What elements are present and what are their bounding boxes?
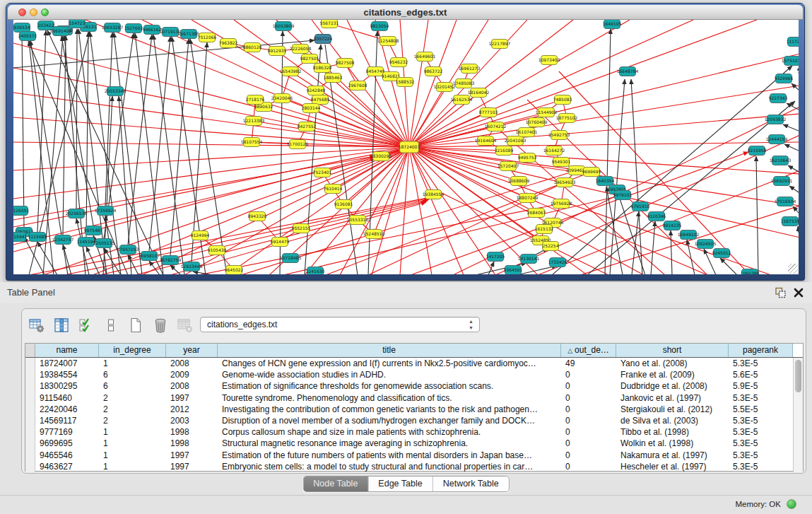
column-header-year[interactable]: year <box>166 344 218 357</box>
graph-node[interactable]: 1060388 <box>741 269 760 275</box>
table-row[interactable]: 2242004622012Investigating the contribut… <box>35 404 793 415</box>
window-resize-grip[interactable] <box>788 264 798 274</box>
graph-node[interactable]: 7963822 <box>219 39 238 48</box>
table-cell[interactable]: 0 <box>561 392 616 404</box>
table-cell[interactable]: 5.3E-5 <box>729 461 793 472</box>
table-cell[interactable]: 0 <box>561 404 616 415</box>
graph-node[interactable]: 12444159 <box>766 135 788 144</box>
graph-node[interactable]: 10924505 <box>695 240 717 249</box>
table-cell[interactable]: 22420046 <box>35 404 99 415</box>
graph-edge[interactable] <box>671 230 672 274</box>
table-cell[interactable]: Genome-wide association studies in ADHD. <box>218 369 561 380</box>
graph-node[interactable]: 19756928 <box>551 199 572 209</box>
window-titlebar[interactable]: citations_edges.txt <box>8 5 803 20</box>
table-cell[interactable]: Investigating the contribution of common… <box>218 404 561 415</box>
table-row[interactable]: 969969511998Structural magnetic resonanc… <box>35 438 793 449</box>
table-cell[interactable]: 0 <box>561 380 616 392</box>
graph-node[interactable]: 8475685 <box>311 95 330 105</box>
table-cell[interactable]: 1997 <box>166 450 218 461</box>
graph-node[interactable]: 8813054 <box>370 22 389 31</box>
graph-edge[interactable] <box>13 147 409 252</box>
table-cell[interactable]: 18724007 <box>35 358 99 369</box>
graph-node[interactable]: 9245012 <box>712 249 731 258</box>
table-cell[interactable]: 2003 <box>166 415 218 426</box>
table-cell[interactable]: 0 <box>561 426 616 438</box>
graph-node[interactable]: 2803144 <box>302 104 321 113</box>
graph-edge[interactable] <box>128 35 152 245</box>
column-header-name[interactable]: name <box>35 344 99 357</box>
graph-edge[interactable] <box>580 206 799 274</box>
graph-node[interactable]: 7512066 <box>198 33 217 42</box>
new-table-icon[interactable] <box>126 316 145 334</box>
graph-node[interactable]: 11544902 <box>536 108 558 117</box>
graph-node[interactable]: 252254 <box>543 242 559 251</box>
graph-node[interactable]: 15692931 <box>771 177 793 186</box>
graph-node[interactable]: 12342757 <box>52 235 74 245</box>
graph-node[interactable]: 9364501 <box>504 266 523 275</box>
table-cell[interactable]: 9699695 <box>35 438 99 449</box>
tab-edge-table[interactable]: Edge Table <box>368 477 433 491</box>
table-row[interactable]: 1456911722003Disruption of a novel membe… <box>35 415 793 426</box>
table-cell[interactable]: 0 <box>561 369 616 380</box>
graph-node[interactable]: 1241630 <box>306 267 325 275</box>
table-cell[interactable]: Corpus callosum shape and size in male p… <box>218 426 561 438</box>
table-cell[interactable]: Tourette syndrome. Phenomenology and cla… <box>218 392 561 404</box>
graph-node[interactable]: 936534 <box>14 23 30 33</box>
graph-edge[interactable] <box>789 186 799 192</box>
table-cell[interactable]: de Silva et al. (2003) <box>616 415 729 426</box>
graph-node[interactable]: 20053346 <box>105 87 126 96</box>
graph-edge[interactable] <box>409 147 495 274</box>
graph-node[interactable]: 12213383 <box>243 117 265 126</box>
table-row[interactable]: 1830029562008Estimation of significance … <box>35 380 793 392</box>
graph-node[interactable]: 12505135 <box>93 239 115 248</box>
table-cell[interactable]: Changes of HCN gene expression and I(f) … <box>218 358 561 369</box>
table-cell[interactable]: Estimation of significance thresholds fo… <box>218 380 561 392</box>
graph-node[interactable]: 12217897 <box>489 40 511 49</box>
graph-node[interactable]: 17957253 <box>117 245 139 255</box>
table-cell[interactable]: 5.3E-5 <box>729 392 793 404</box>
table-cell[interactable]: Dudbridge et al. (2008) <box>616 380 729 392</box>
graph-node[interactable]: 18775102 <box>556 114 578 123</box>
graph-node[interactable]: 12923448 <box>181 262 203 271</box>
graph-node[interactable]: 1115685 <box>28 233 47 242</box>
column-header-in_degree[interactable]: in_degree <box>99 344 166 357</box>
graph-node[interactable]: 6914479 <box>271 238 290 247</box>
graph-edge[interactable] <box>63 35 66 235</box>
table-cell[interactable]: 5.9E-5 <box>729 380 793 392</box>
table-cell[interactable]: Jankovic et al. (1997) <box>616 392 729 404</box>
table-cell[interactable]: Hescheler et al. (1997) <box>616 461 729 472</box>
graph-edge[interactable] <box>255 100 409 147</box>
table-cell[interactable]: 1997 <box>166 392 218 404</box>
graph-node[interactable]: 1167535 <box>781 217 799 226</box>
graph-node[interactable]: 9136081 <box>334 200 353 209</box>
graph-node[interactable]: 9227343 <box>769 94 788 103</box>
graph-node[interactable]: 15718485 <box>280 254 302 263</box>
graph-node[interactable]: 15492753 <box>548 131 570 140</box>
graph-node[interactable]: 1615132 <box>535 225 554 234</box>
graph-edge[interactable] <box>114 33 142 274</box>
column-header-short[interactable]: short <box>616 344 729 357</box>
graph-node[interactable]: 8357224 <box>314 35 333 44</box>
graph-node[interactable]: 9120346 <box>647 212 666 221</box>
graph-node[interactable]: 9329966 <box>775 74 794 83</box>
graph-edge[interactable] <box>153 35 184 274</box>
graph-node[interactable]: 9546232 <box>389 58 408 67</box>
graph-edge[interactable] <box>142 20 409 147</box>
scrollbar-thumb[interactable] <box>795 360 801 392</box>
graph-node[interactable]: 12093832 <box>765 115 787 124</box>
graph-node[interactable]: 9124994 <box>191 231 210 240</box>
graph-node[interactable]: 10553310 <box>347 216 369 225</box>
table-cell[interactable]: 0 <box>561 450 616 461</box>
graph-edge[interactable] <box>37 242 57 274</box>
graph-node[interactable]: 19164604 <box>475 136 497 146</box>
table-cell[interactable]: 2008 <box>166 358 218 369</box>
float-window-icon[interactable] <box>774 286 787 299</box>
select-all-icon[interactable] <box>77 316 95 334</box>
table-row[interactable]: 911546021997Tourette syndrome. Phenomeno… <box>35 392 793 404</box>
table-row[interactable]: 946362711997Embryonic stem cells: a mode… <box>35 461 793 472</box>
graph-node[interactable]: 9975487 <box>84 226 103 235</box>
graph-node[interactable]: 1117235 <box>787 37 799 47</box>
graph-node[interactable]: 18807249 <box>517 194 539 203</box>
table-cell[interactable]: 2009 <box>166 369 218 380</box>
table-cell[interactable]: 1998 <box>166 438 218 449</box>
